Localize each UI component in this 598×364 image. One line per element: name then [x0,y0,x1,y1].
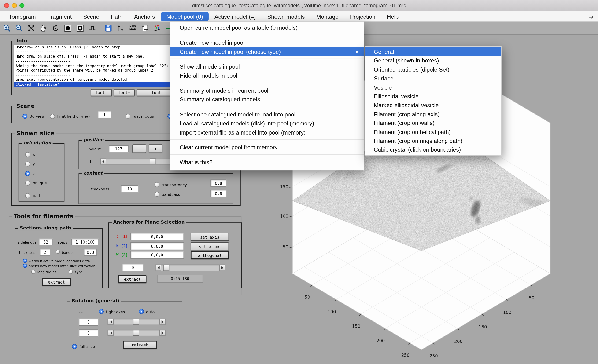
slider-thumb[interactable] [133,330,139,336]
import-export-icon[interactable] [116,23,125,32]
transparency-input[interactable] [210,179,226,187]
orthogonal-button[interactable]: orthogonal [191,251,229,259]
slider-right-arrow[interactable] [159,319,165,324]
radio-transparency[interactable] [155,182,159,187]
font-plus-button[interactable]: font+ [114,89,135,96]
slider-left-arrow[interactable] [108,319,114,324]
radio-limit-fov[interactable] [50,114,55,119]
radio-bandpass[interactable] [155,192,159,196]
menu-item-select-catalogued-model[interactable]: Select one catalogued model to load into… [170,110,364,119]
height-minus-button[interactable]: - [132,144,146,153]
menu-item-import-external-file[interactable]: Import external file as a model into poo… [170,128,364,137]
anchor-w-input[interactable] [130,251,184,259]
zoom-in-icon[interactable] [2,23,11,32]
menu-item-load-all-catalogued[interactable]: Load all catalogued models (disk) into p… [170,119,364,128]
menu-path[interactable]: Path [105,12,128,21]
submenu-item-surface[interactable]: Surface [365,74,501,83]
radio-orientation-path[interactable] [25,193,30,198]
pan-hand-icon[interactable] [39,23,48,32]
menu-tomogram[interactable]: Tomogram [3,12,42,21]
radio-opens-new-model[interactable] [23,264,27,268]
menu-item-hide-all-models[interactable]: Hide all models in pool [170,71,364,80]
slider-thumb[interactable] [133,319,139,324]
menu-item-what-is-this[interactable]: What is this? [170,158,364,167]
sections-extract-button[interactable]: extract [42,278,71,286]
radio-orientation-oblique[interactable] [25,181,30,186]
slider-left-arrow[interactable] [156,265,161,271]
menu-item-summary-models[interactable]: Summary of models in current pool [170,86,364,95]
submenu-item-filament-crop-walls[interactable]: Filament (crop on walls) [365,119,501,128]
font-minus-button[interactable]: font- [91,89,112,96]
duplicate-icon[interactable] [140,23,150,32]
radio-tight-axes[interactable] [99,309,104,314]
menu-scene[interactable]: Scene [77,12,105,21]
menu-montage[interactable]: Montage [310,12,344,21]
rotate-view-icon[interactable] [51,23,60,32]
rotation-slider-2[interactable] [108,330,166,336]
slider-thumb[interactable] [163,265,169,271]
submenu-item-general-boxes[interactable]: General (shown in boxes) [365,56,501,65]
close-button[interactable] [4,3,9,8]
menu-item-show-all-models[interactable]: Show all models in pool [170,62,364,71]
submenu-item-cubic-crystal[interactable]: Cubic crystal (click on boundaries) [365,145,501,154]
limit-fov-input[interactable] [98,111,111,118]
set-plane-button[interactable]: set plane [191,242,229,250]
save-icon[interactable] [104,23,113,32]
radio-fast-modus[interactable] [125,114,130,119]
zoom-out-icon[interactable] [15,23,24,32]
slider-left-arrow[interactable] [100,159,106,164]
contrast-ring-icon[interactable] [76,23,85,32]
submenu-item-marked-ellipsoidal-vesicle[interactable]: Marked ellipsoidal vesicle [365,101,501,110]
menu-item-create-new-model-choose-type[interactable]: Create new model in pool (choose type) ▶ [170,47,364,56]
anchor-c-input[interactable] [130,233,184,241]
refresh-button[interactable]: refresh [123,341,157,349]
menu-item-open-pool-table[interactable]: Open current model pool as a table (0 mo… [170,23,364,32]
bandpass-input[interactable] [210,190,226,197]
step-function-icon[interactable] [88,23,97,32]
radio-sync[interactable] [69,270,73,274]
slider-thumb[interactable] [150,159,156,164]
radio-sec-bandpass[interactable] [56,250,60,254]
menu-anchors[interactable]: Anchors [128,12,161,21]
sec-thickness-input[interactable] [40,249,50,256]
rotation-value2-input[interactable] [79,329,99,337]
sidelength-input[interactable] [39,239,53,245]
thickness-input[interactable] [121,185,138,193]
fit-view-icon[interactable] [27,23,36,32]
menu-overflow-icon[interactable] [589,14,595,21]
set-axis-button[interactable]: set axis [191,233,229,241]
slider-right-arrow[interactable] [159,330,165,336]
radio-orientation-z[interactable] [25,171,30,176]
radio-warns[interactable] [23,259,27,263]
submenu-item-ellipsoidal-vesicle[interactable]: Ellipsoidal vesicle [365,92,501,101]
menu-item-clear-pool[interactable]: Clear current model pool from memory [170,143,364,152]
steps-input[interactable] [71,239,99,245]
anchor-angle-slider[interactable] [155,264,225,271]
menu-help[interactable]: Help [381,12,404,21]
new-model-icon[interactable]: NEWMOD [128,23,137,32]
slider-right-arrow[interactable] [219,265,225,271]
radio-full-slice[interactable] [72,344,77,349]
submenu-item-filament-rings[interactable]: Filament (crop on rings along path) [365,136,501,145]
anchors-extract-button[interactable]: extract [118,275,147,283]
menu-active-model[interactable]: Active model (–) [209,12,262,21]
radio-orientation-x[interactable] [25,152,30,157]
anchor-n-input[interactable] [130,242,184,250]
submenu-item-vesicle[interactable]: Vesicle [365,83,501,92]
scatter-pick-icon[interactable] [153,23,162,32]
submenu-item-filament-crop-axis[interactable]: Filament (crop along axis) [365,110,501,119]
submenu-item-filament-helical-path[interactable]: Filament (crop on helical path) [365,128,501,136]
menu-shown-models[interactable]: Shown models [262,12,310,21]
anchor-angle-input[interactable] [122,264,143,271]
radio-longitudinal[interactable] [31,270,36,274]
height-input[interactable] [109,145,129,153]
menu-model-pool[interactable]: Model pool (0) [161,12,209,21]
menu-item-summary-catalogued[interactable]: Summary of catalogued models [170,95,364,104]
minimize-button[interactable] [12,3,17,8]
center-disc-icon[interactable] [63,23,72,32]
rotation-value1-input[interactable] [79,318,99,326]
radio-3d-view[interactable] [23,114,27,119]
menu-item-create-new-model[interactable]: Create new model in pool [170,38,364,47]
submenu-item-general[interactable]: General [365,47,501,56]
zoom-window-button[interactable] [19,3,24,8]
